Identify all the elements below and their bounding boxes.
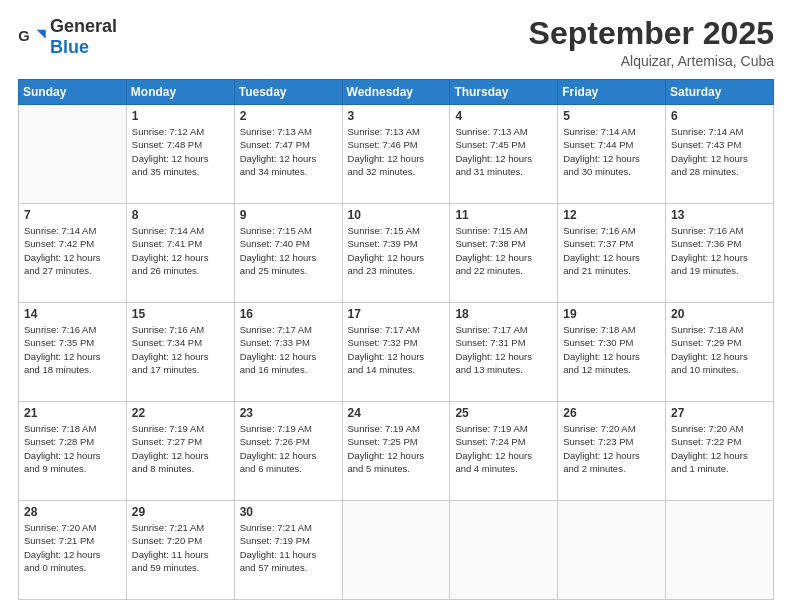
table-row: 18Sunrise: 7:17 AM Sunset: 7:31 PM Dayli…: [450, 303, 558, 402]
day-number: 24: [348, 406, 445, 420]
day-number: 10: [348, 208, 445, 222]
day-info: Sunrise: 7:14 AM Sunset: 7:43 PM Dayligh…: [671, 125, 768, 178]
day-info: Sunrise: 7:20 AM Sunset: 7:22 PM Dayligh…: [671, 422, 768, 475]
table-row: [450, 501, 558, 600]
day-number: 5: [563, 109, 660, 123]
day-info: Sunrise: 7:19 AM Sunset: 7:26 PM Dayligh…: [240, 422, 337, 475]
day-info: Sunrise: 7:18 AM Sunset: 7:28 PM Dayligh…: [24, 422, 121, 475]
day-number: 4: [455, 109, 552, 123]
calendar-week-row: 21Sunrise: 7:18 AM Sunset: 7:28 PM Dayli…: [19, 402, 774, 501]
table-row: 20Sunrise: 7:18 AM Sunset: 7:29 PM Dayli…: [666, 303, 774, 402]
calendar-week-row: 1Sunrise: 7:12 AM Sunset: 7:48 PM Daylig…: [19, 105, 774, 204]
table-row: 6Sunrise: 7:14 AM Sunset: 7:43 PM Daylig…: [666, 105, 774, 204]
day-number: 21: [24, 406, 121, 420]
day-info: Sunrise: 7:17 AM Sunset: 7:33 PM Dayligh…: [240, 323, 337, 376]
svg-text:G: G: [18, 28, 29, 44]
col-friday: Friday: [558, 80, 666, 105]
table-row: [558, 501, 666, 600]
table-row: 29Sunrise: 7:21 AM Sunset: 7:20 PM Dayli…: [126, 501, 234, 600]
day-number: 12: [563, 208, 660, 222]
table-row: 5Sunrise: 7:14 AM Sunset: 7:44 PM Daylig…: [558, 105, 666, 204]
day-info: Sunrise: 7:13 AM Sunset: 7:47 PM Dayligh…: [240, 125, 337, 178]
table-row: 10Sunrise: 7:15 AM Sunset: 7:39 PM Dayli…: [342, 204, 450, 303]
day-number: 8: [132, 208, 229, 222]
day-info: Sunrise: 7:12 AM Sunset: 7:48 PM Dayligh…: [132, 125, 229, 178]
day-number: 7: [24, 208, 121, 222]
calendar-header-row: Sunday Monday Tuesday Wednesday Thursday…: [19, 80, 774, 105]
table-row: 28Sunrise: 7:20 AM Sunset: 7:21 PM Dayli…: [19, 501, 127, 600]
day-number: 2: [240, 109, 337, 123]
table-row: 23Sunrise: 7:19 AM Sunset: 7:26 PM Dayli…: [234, 402, 342, 501]
calendar-week-row: 7Sunrise: 7:14 AM Sunset: 7:42 PM Daylig…: [19, 204, 774, 303]
day-info: Sunrise: 7:14 AM Sunset: 7:41 PM Dayligh…: [132, 224, 229, 277]
day-number: 17: [348, 307, 445, 321]
col-wednesday: Wednesday: [342, 80, 450, 105]
table-row: 14Sunrise: 7:16 AM Sunset: 7:35 PM Dayli…: [19, 303, 127, 402]
day-info: Sunrise: 7:19 AM Sunset: 7:27 PM Dayligh…: [132, 422, 229, 475]
day-number: 19: [563, 307, 660, 321]
day-info: Sunrise: 7:20 AM Sunset: 7:23 PM Dayligh…: [563, 422, 660, 475]
day-number: 28: [24, 505, 121, 519]
calendar-week-row: 28Sunrise: 7:20 AM Sunset: 7:21 PM Dayli…: [19, 501, 774, 600]
table-row: 15Sunrise: 7:16 AM Sunset: 7:34 PM Dayli…: [126, 303, 234, 402]
day-number: 22: [132, 406, 229, 420]
table-row: 2Sunrise: 7:13 AM Sunset: 7:47 PM Daylig…: [234, 105, 342, 204]
day-info: Sunrise: 7:15 AM Sunset: 7:39 PM Dayligh…: [348, 224, 445, 277]
day-number: 18: [455, 307, 552, 321]
col-saturday: Saturday: [666, 80, 774, 105]
table-row: [19, 105, 127, 204]
day-info: Sunrise: 7:20 AM Sunset: 7:21 PM Dayligh…: [24, 521, 121, 574]
day-info: Sunrise: 7:17 AM Sunset: 7:32 PM Dayligh…: [348, 323, 445, 376]
day-info: Sunrise: 7:18 AM Sunset: 7:29 PM Dayligh…: [671, 323, 768, 376]
day-number: 9: [240, 208, 337, 222]
day-number: 16: [240, 307, 337, 321]
day-info: Sunrise: 7:19 AM Sunset: 7:25 PM Dayligh…: [348, 422, 445, 475]
calendar-table: Sunday Monday Tuesday Wednesday Thursday…: [18, 79, 774, 600]
table-row: 17Sunrise: 7:17 AM Sunset: 7:32 PM Dayli…: [342, 303, 450, 402]
day-number: 14: [24, 307, 121, 321]
logo: G General Blue: [18, 16, 117, 58]
table-row: 11Sunrise: 7:15 AM Sunset: 7:38 PM Dayli…: [450, 204, 558, 303]
day-number: 13: [671, 208, 768, 222]
svg-marker-1: [37, 30, 46, 39]
table-row: 19Sunrise: 7:18 AM Sunset: 7:30 PM Dayli…: [558, 303, 666, 402]
table-row: 8Sunrise: 7:14 AM Sunset: 7:41 PM Daylig…: [126, 204, 234, 303]
day-number: 27: [671, 406, 768, 420]
table-row: [342, 501, 450, 600]
logo-icon: G: [18, 26, 46, 48]
logo-general: General: [50, 16, 117, 36]
day-number: 30: [240, 505, 337, 519]
table-row: 9Sunrise: 7:15 AM Sunset: 7:40 PM Daylig…: [234, 204, 342, 303]
day-number: 29: [132, 505, 229, 519]
table-row: 13Sunrise: 7:16 AM Sunset: 7:36 PM Dayli…: [666, 204, 774, 303]
day-info: Sunrise: 7:16 AM Sunset: 7:36 PM Dayligh…: [671, 224, 768, 277]
table-row: 26Sunrise: 7:20 AM Sunset: 7:23 PM Dayli…: [558, 402, 666, 501]
calendar-week-row: 14Sunrise: 7:16 AM Sunset: 7:35 PM Dayli…: [19, 303, 774, 402]
day-number: 6: [671, 109, 768, 123]
day-number: 20: [671, 307, 768, 321]
day-number: 15: [132, 307, 229, 321]
day-info: Sunrise: 7:21 AM Sunset: 7:20 PM Dayligh…: [132, 521, 229, 574]
table-row: 27Sunrise: 7:20 AM Sunset: 7:22 PM Dayli…: [666, 402, 774, 501]
table-row: 12Sunrise: 7:16 AM Sunset: 7:37 PM Dayli…: [558, 204, 666, 303]
day-number: 26: [563, 406, 660, 420]
header: G General Blue September 2025 Alquizar, …: [18, 16, 774, 69]
table-row: 16Sunrise: 7:17 AM Sunset: 7:33 PM Dayli…: [234, 303, 342, 402]
table-row: 21Sunrise: 7:18 AM Sunset: 7:28 PM Dayli…: [19, 402, 127, 501]
table-row: 7Sunrise: 7:14 AM Sunset: 7:42 PM Daylig…: [19, 204, 127, 303]
day-number: 23: [240, 406, 337, 420]
month-title: September 2025: [529, 16, 774, 51]
table-row: 4Sunrise: 7:13 AM Sunset: 7:45 PM Daylig…: [450, 105, 558, 204]
table-row: 25Sunrise: 7:19 AM Sunset: 7:24 PM Dayli…: [450, 402, 558, 501]
day-info: Sunrise: 7:14 AM Sunset: 7:42 PM Dayligh…: [24, 224, 121, 277]
table-row: 22Sunrise: 7:19 AM Sunset: 7:27 PM Dayli…: [126, 402, 234, 501]
day-info: Sunrise: 7:16 AM Sunset: 7:34 PM Dayligh…: [132, 323, 229, 376]
day-info: Sunrise: 7:18 AM Sunset: 7:30 PM Dayligh…: [563, 323, 660, 376]
day-info: Sunrise: 7:15 AM Sunset: 7:40 PM Dayligh…: [240, 224, 337, 277]
page: G General Blue September 2025 Alquizar, …: [0, 0, 792, 612]
day-number: 11: [455, 208, 552, 222]
location: Alquizar, Artemisa, Cuba: [529, 53, 774, 69]
table-row: [666, 501, 774, 600]
col-thursday: Thursday: [450, 80, 558, 105]
table-row: 30Sunrise: 7:21 AM Sunset: 7:19 PM Dayli…: [234, 501, 342, 600]
